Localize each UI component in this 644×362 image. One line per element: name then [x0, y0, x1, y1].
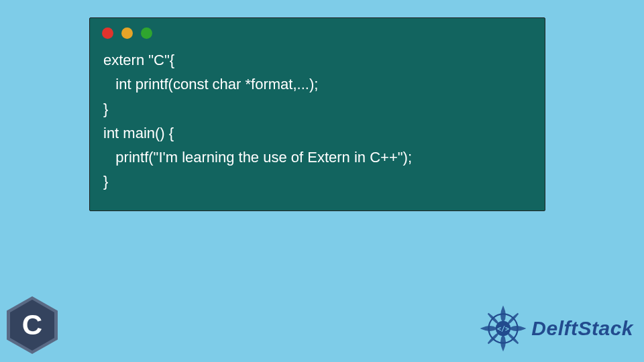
- brand-logo: </> DelftStack: [479, 304, 633, 353]
- code-line: }: [103, 170, 531, 194]
- close-icon: [102, 27, 113, 39]
- code-line: }: [103, 97, 531, 121]
- brand-name: DelftStack: [531, 317, 633, 340]
- maximize-icon: [141, 27, 152, 39]
- code-body: extern "C"{ int printf(const char *forma…: [90, 44, 545, 210]
- mandala-icon: </>: [479, 304, 527, 353]
- code-line: printf("I'm learning the use of Extern i…: [103, 145, 531, 170]
- code-line: extern "C"{: [103, 48, 531, 72]
- code-line: int main() {: [103, 121, 531, 145]
- code-glyph-icon: </>: [497, 325, 509, 333]
- c-letter: C: [10, 300, 54, 351]
- c-language-logo: C: [7, 296, 58, 354]
- code-window: extern "C"{ int printf(const char *forma…: [89, 17, 545, 211]
- minimize-icon: [121, 27, 133, 39]
- window-controls: [90, 18, 545, 44]
- code-line: int printf(const char *format,...);: [103, 72, 531, 97]
- hexagon-icon: C: [7, 296, 58, 354]
